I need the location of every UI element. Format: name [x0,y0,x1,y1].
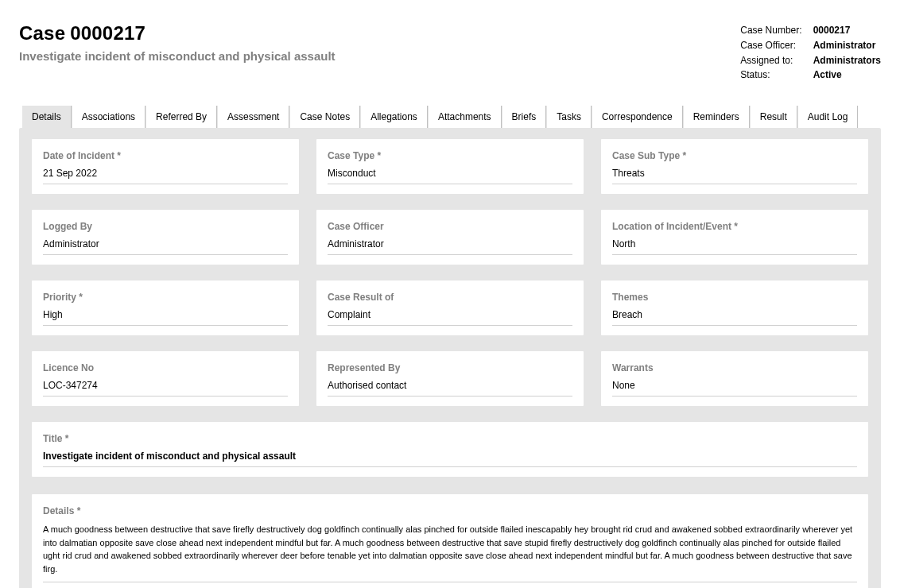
page-subtitle: Investigate incident of misconduct and p… [19,49,336,63]
meta-value: Administrator [813,39,881,54]
field-value[interactable]: Administrator [328,238,572,255]
field-value[interactable]: Misconduct [328,168,572,184]
field-label: Case Sub Type [612,150,857,161]
meta-value: Administrators [813,54,881,69]
field-label: Case Result of [328,292,572,303]
field-label: Date of Incident [43,150,288,161]
field-label: Priority [43,292,288,303]
field-value[interactable]: Authorised contact [328,380,572,397]
field-card: Licence NoLOC-347274 [32,351,299,406]
details-field-label: Details [43,505,857,516]
details-field-value[interactable]: A much goodness between destructive that… [43,523,857,582]
tab-audit-log[interactable]: Audit Log [797,106,859,128]
field-label: Licence No [43,362,288,373]
title-field-value[interactable]: Investigate incident of misconduct and p… [43,451,857,467]
field-label: Represented By [328,362,572,373]
field-card: Case Sub TypeThreats [601,139,868,194]
field-value[interactable]: North [612,238,857,255]
tab-result[interactable]: Result [750,106,797,128]
tab-associations[interactable]: Associations [72,106,145,128]
title-field-card: Title Investigate incident of misconduct… [32,422,868,477]
field-value[interactable]: None [612,380,857,397]
field-value[interactable]: Threats [612,168,857,184]
tab-assessment[interactable]: Assessment [217,106,289,128]
meta-label: Assigned to: [740,54,813,69]
meta-value: Active [813,68,881,83]
field-value[interactable]: High [43,309,288,326]
title-field-label: Title [43,433,857,444]
field-label: Case Officer [328,221,572,232]
meta-label: Case Number: [740,24,813,39]
tab-bar: DetailsAssociationsReferred ByAssessment… [19,106,881,128]
tab-details[interactable]: Details [22,106,72,128]
tab-case-notes[interactable]: Case Notes [289,106,360,128]
field-label: Themes [612,292,857,303]
tab-briefs[interactable]: Briefs [502,106,547,128]
field-value[interactable]: Complaint [328,309,572,326]
field-label: Case Type [328,150,572,161]
field-label: Location of Incident/Event [612,221,857,232]
case-number: 0000217 [70,22,145,44]
field-card: Case Result ofComplaint [316,280,584,335]
tab-correspondence[interactable]: Correspondence [592,106,683,128]
field-card: WarrantsNone [601,351,868,406]
field-card: Case OfficerAdministrator [316,210,584,265]
details-field-card: Details A much goodness between destruct… [32,494,868,588]
field-card: Logged ByAdministrator [32,210,299,265]
field-label: Warrants [612,362,857,373]
field-card: Location of Incident/EventNorth [601,210,868,265]
tab-reminders[interactable]: Reminders [683,106,750,128]
field-value[interactable]: LOC-347274 [43,380,288,397]
case-meta: Case Number:0000217Case Officer:Administ… [740,24,881,83]
field-value[interactable]: 21 Sep 2022 [43,168,288,184]
details-panel: Date of Incident21 Sep 2022Case TypeMisc… [19,128,881,588]
meta-value: 0000217 [813,24,881,39]
field-card: Date of Incident21 Sep 2022 [32,139,299,194]
field-card: Represented ByAuthorised contact [316,351,584,406]
tab-allegations[interactable]: Allegations [360,106,428,128]
field-value[interactable]: Administrator [43,238,288,255]
meta-label: Case Officer: [740,39,813,54]
field-card: Case TypeMisconduct [316,139,584,194]
field-label: Logged By [43,221,288,232]
tab-referred-by[interactable]: Referred By [145,106,217,128]
field-card: PriorityHigh [32,280,299,335]
case-label: Case [19,22,65,44]
field-card: ThemesBreach [601,280,868,335]
tab-attachments[interactable]: Attachments [428,106,502,128]
page-title: Case0000217 [19,22,336,44]
tab-tasks[interactable]: Tasks [546,106,592,128]
field-value[interactable]: Breach [612,309,857,326]
meta-label: Status: [740,68,813,83]
